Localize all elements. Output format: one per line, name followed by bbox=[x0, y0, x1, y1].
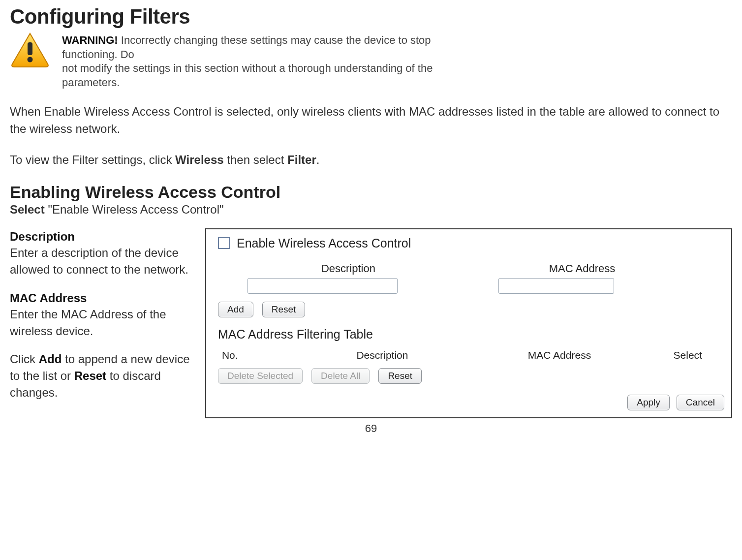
nav-wireless: Wireless bbox=[175, 153, 224, 166]
page-number: 69 bbox=[10, 422, 732, 435]
action-reset: Reset bbox=[74, 369, 106, 382]
svg-rect-0 bbox=[28, 42, 32, 55]
nav-text-end: . bbox=[316, 153, 320, 166]
nav-text-mid: then select bbox=[224, 153, 287, 166]
description-text: Enter a description of the device allowe… bbox=[10, 246, 188, 276]
delete-selected-button[interactable]: Delete Selected bbox=[218, 368, 303, 384]
left-column: Description Enter a description of the d… bbox=[10, 228, 196, 412]
description-heading: Description bbox=[10, 230, 75, 243]
intro-paragraph: When Enable Wireless Access Control is s… bbox=[10, 103, 732, 138]
action-pre: Click bbox=[10, 352, 39, 366]
settings-panel: Enable Wireless Access Control Descripti… bbox=[205, 228, 732, 418]
reset-button[interactable]: Reset bbox=[262, 302, 306, 317]
description-input[interactable] bbox=[247, 278, 398, 294]
col-no: No. bbox=[220, 349, 279, 361]
action-instruction: Click Add to append a new device to the … bbox=[10, 351, 196, 401]
cancel-button[interactable]: Cancel bbox=[677, 395, 724, 410]
col-select: Select bbox=[633, 349, 707, 361]
nav-instruction: To view the Filter settings, click Wirel… bbox=[10, 152, 732, 169]
mac-heading: MAC Address bbox=[10, 291, 87, 305]
apply-button[interactable]: Apply bbox=[627, 395, 670, 410]
svg-point-1 bbox=[28, 57, 33, 62]
warning-icon bbox=[10, 31, 50, 68]
col-description: Description bbox=[279, 349, 486, 361]
mac-field-label: MAC Address bbox=[498, 262, 666, 275]
table-header-row: No. Description MAC Address Select bbox=[218, 349, 719, 361]
table-reset-button[interactable]: Reset bbox=[378, 368, 422, 384]
delete-all-button[interactable]: Delete All bbox=[311, 368, 370, 384]
warning-text: WARNING! Incorrectly changing these sett… bbox=[62, 31, 465, 90]
mac-address-input[interactable] bbox=[498, 278, 614, 294]
enable-access-control-label: Enable Wireless Access Control bbox=[237, 236, 411, 250]
description-field-label: Description bbox=[247, 262, 449, 275]
nav-filter: Filter bbox=[287, 153, 316, 166]
enable-access-control-checkbox[interactable] bbox=[218, 237, 230, 249]
select-instruction: Select "Enable Wireless Access Control" bbox=[10, 203, 732, 217]
select-bold: Select bbox=[10, 203, 45, 216]
warning-block: WARNING! Incorrectly changing these sett… bbox=[10, 31, 732, 90]
warning-line2: not modify the settings in this section … bbox=[62, 62, 433, 89]
mac-text: Enter the MAC Address of the wireless de… bbox=[10, 308, 166, 338]
page-title: Configuring Filters bbox=[10, 5, 732, 29]
col-mac: MAC Address bbox=[486, 349, 633, 361]
action-add: Add bbox=[39, 352, 62, 366]
add-button[interactable]: Add bbox=[218, 302, 253, 317]
section-heading: Enabling Wireless Access Control bbox=[10, 183, 732, 202]
nav-text: To view the Filter settings, click bbox=[10, 153, 175, 166]
table-title: MAC Address Filtering Table bbox=[218, 327, 719, 342]
warning-label: WARNING! bbox=[62, 34, 118, 46]
select-quote: "Enable Wireless Access Control" bbox=[45, 203, 224, 216]
